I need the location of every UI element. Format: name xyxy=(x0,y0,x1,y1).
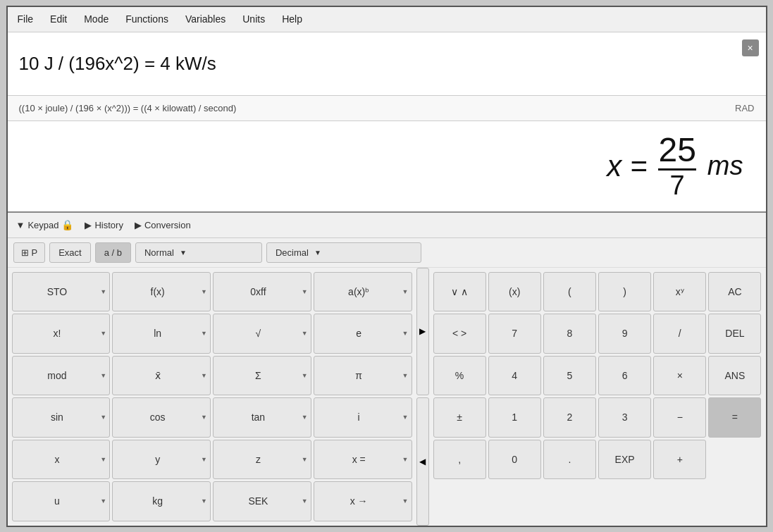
left-btn-6[interactable]: √▼ xyxy=(213,314,311,354)
menu-item-help[interactable]: Help xyxy=(278,12,307,26)
normal-dropdown-arrow: ▼ xyxy=(180,249,187,256)
left-btn-8[interactable]: mod▼ xyxy=(12,356,111,396)
left-btn-14[interactable]: tan▼ xyxy=(213,397,311,438)
menu-item-edit[interactable]: Edit xyxy=(46,12,71,26)
keypad-header: ▼ Keypad 🔒 ▶ History ▶ Conversion xyxy=(8,213,766,238)
decimal-dropdown[interactable]: Decimal ▼ xyxy=(266,242,421,263)
decimal-label: Decimal xyxy=(276,247,309,258)
history-toggle[interactable]: ▶ History xyxy=(85,220,123,230)
left-btn-10[interactable]: Σ▼ xyxy=(213,356,311,396)
fraction-button[interactable]: a / b xyxy=(95,242,131,263)
left-btn-0[interactable]: STO▼ xyxy=(12,272,111,312)
mode-row: ⊞ P Exact a / b Normal ▼ Decimal ▼ xyxy=(8,238,766,268)
exact-button[interactable]: Exact xyxy=(49,242,91,263)
input-expression[interactable]: 10 J / (196x^2) = 4 kW/s xyxy=(19,53,755,75)
right-btn-7[interactable]: 7 xyxy=(488,314,541,354)
left-btn-19[interactable]: x =▼ xyxy=(314,440,412,480)
collapse-left-button[interactable]: ◀ xyxy=(416,397,429,526)
lock-icon: 🔒 xyxy=(61,219,73,230)
left-btn-7[interactable]: e▼ xyxy=(314,314,412,354)
right-btn-11[interactable]: DEL xyxy=(708,314,761,354)
menu-item-mode[interactable]: Mode xyxy=(80,12,113,26)
menu-item-units[interactable]: Units xyxy=(238,12,269,26)
right-btn-3[interactable]: ) xyxy=(598,272,651,312)
expand-right-button[interactable]: ▶ xyxy=(416,268,429,396)
side-arrow-column: ▶ ◀ xyxy=(416,268,429,526)
left-btn-21[interactable]: kg▼ xyxy=(112,481,211,521)
right-btn-27[interactable]: EXP xyxy=(598,440,651,480)
right-btn-8[interactable]: 8 xyxy=(543,314,596,354)
history-arrow-icon: ▶ xyxy=(85,220,92,230)
left-btn-2[interactable]: 0xff▼ xyxy=(213,272,311,312)
left-btn-1[interactable]: f(x)▼ xyxy=(112,272,211,312)
right-btn-9[interactable]: 9 xyxy=(598,314,651,354)
left-btn-23[interactable]: x →▼ xyxy=(314,481,412,521)
left-btn-20[interactable]: u▼ xyxy=(12,481,111,521)
normal-dropdown[interactable]: Normal ▼ xyxy=(135,242,262,263)
right-btn-10[interactable]: / xyxy=(653,314,706,354)
button-area: STO▼f(x)▼0xff▼a(x)ᵇ▼x!▼ln▼√▼e▼mod▼x̄▼Σ▼π… xyxy=(8,268,766,526)
menu-bar: FileEditModeFunctionsVariablesUnitsHelp xyxy=(8,7,766,32)
left-btn-18[interactable]: z▼ xyxy=(213,440,311,480)
left-btn-12[interactable]: sin▼ xyxy=(12,397,111,438)
right-btn-25[interactable]: 0 xyxy=(488,440,541,480)
result-expression: x = 25 7 ms xyxy=(607,133,743,199)
fraction-denominator: 7 xyxy=(670,171,685,199)
normal-label: Normal xyxy=(144,247,174,258)
right-btn-13[interactable]: 4 xyxy=(488,356,541,396)
right-btn-14[interactable]: 5 xyxy=(543,356,596,396)
right-btn-26[interactable]: . xyxy=(543,440,596,480)
left-btn-22[interactable]: SEK▼ xyxy=(213,481,311,521)
parsed-area: ((10 × joule) / (196 × (x^2))) = ((4 × k… xyxy=(8,96,766,121)
conversion-arrow-icon: ▶ xyxy=(135,220,142,230)
left-btn-13[interactable]: cos▼ xyxy=(112,397,211,438)
clear-button[interactable]: × xyxy=(742,39,759,56)
right-btn-28[interactable]: + xyxy=(653,440,706,480)
right-btn-20[interactable]: 2 xyxy=(543,397,596,438)
keypad-arrow-icon: ▼ xyxy=(16,220,25,230)
menu-item-file[interactable]: File xyxy=(13,12,38,26)
right-btn-12[interactable]: % xyxy=(433,356,486,396)
left-btn-16[interactable]: x▼ xyxy=(12,440,111,480)
menu-item-functions[interactable]: Functions xyxy=(121,12,173,26)
right-btn-4[interactable]: xʸ xyxy=(653,272,706,312)
right-btn-24[interactable]: , xyxy=(433,440,486,480)
empty-cell-29 xyxy=(708,440,761,480)
right-btn-15[interactable]: 6 xyxy=(598,356,651,396)
conversion-toggle[interactable]: ▶ Conversion xyxy=(135,220,191,230)
result-fraction: 25 7 xyxy=(658,133,695,199)
rad-label: RAD xyxy=(735,103,754,113)
left-btn-3[interactable]: a(x)ᵇ▼ xyxy=(314,272,412,312)
conversion-label: Conversion xyxy=(144,220,191,230)
left-btn-5[interactable]: ln▼ xyxy=(112,314,211,354)
keypad-section: ▼ Keypad 🔒 ▶ History ▶ Conversion ⊞ P Ex… xyxy=(8,213,766,526)
parsed-text: ((10 × joule) / (196 × (x^2))) = ((4 × k… xyxy=(19,103,237,113)
right-btn-19[interactable]: 1 xyxy=(488,397,541,438)
left-button-grid: STO▼f(x)▼0xff▼a(x)ᵇ▼x!▼ln▼√▼e▼mod▼x̄▼Σ▼π… xyxy=(8,268,416,526)
history-label: History xyxy=(94,220,123,230)
keypad-toggle[interactable]: ▼ Keypad 🔒 xyxy=(16,219,74,230)
right-btn-21[interactable]: 3 xyxy=(598,397,651,438)
keypad-label: Keypad xyxy=(27,220,58,230)
right-btn-23[interactable]: = xyxy=(708,397,761,438)
left-btn-17[interactable]: y▼ xyxy=(112,440,211,480)
left-btn-9[interactable]: x̄▼ xyxy=(112,356,211,396)
result-lhs: x = xyxy=(607,149,647,183)
right-button-grid: ∨ ∧(x)()xʸAC< >789/DEL%456×ANS±123−=,0.E… xyxy=(429,268,766,526)
grid-p-button[interactable]: ⊞ P xyxy=(13,242,46,263)
left-btn-15[interactable]: i▼ xyxy=(314,397,412,438)
menu-item-variables[interactable]: Variables xyxy=(181,12,230,26)
right-btn-2[interactable]: ( xyxy=(543,272,596,312)
right-btn-5[interactable]: AC xyxy=(708,272,761,312)
right-btn-17[interactable]: ANS xyxy=(708,356,761,396)
result-unit: ms xyxy=(707,151,743,181)
right-btn-6[interactable]: < > xyxy=(433,314,486,354)
left-btn-4[interactable]: x!▼ xyxy=(12,314,111,354)
right-btn-0[interactable]: ∨ ∧ xyxy=(433,272,486,312)
right-btn-22[interactable]: − xyxy=(653,397,706,438)
left-btn-11[interactable]: π▼ xyxy=(314,356,412,396)
right-btn-16[interactable]: × xyxy=(653,356,706,396)
right-btn-18[interactable]: ± xyxy=(433,397,486,438)
right-btn-1[interactable]: (x) xyxy=(488,272,541,312)
grid-p-label: P xyxy=(32,247,38,258)
